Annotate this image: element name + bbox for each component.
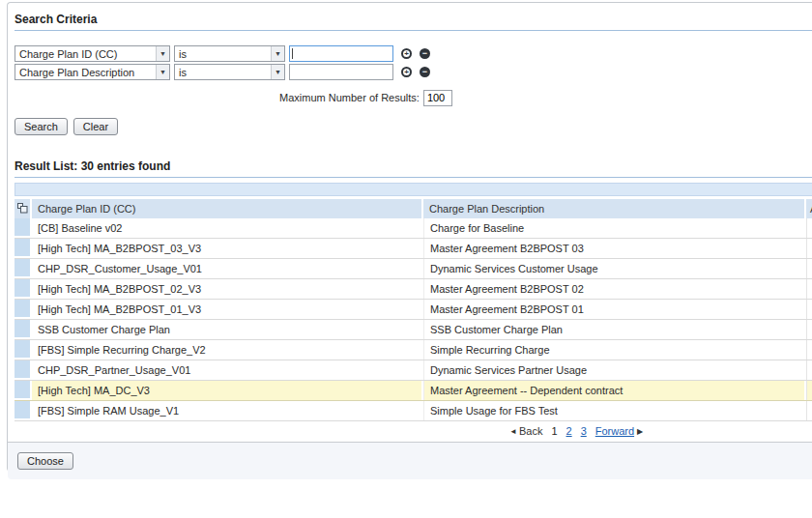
operator-dropdown[interactable]: is ▼ xyxy=(174,64,285,80)
cell-charge-plan-description: SSB Customer Charge Plan xyxy=(423,320,804,339)
chevron-down-icon: ▼ xyxy=(271,65,284,79)
table-row[interactable]: [FBS] Simple RAM Usage_V1Simple Usage fo… xyxy=(14,401,812,421)
search-criteria-title: Search Criteria xyxy=(14,13,812,31)
add-row-icon[interactable]: + xyxy=(401,67,412,77)
row-select-cell[interactable] xyxy=(14,279,30,299)
select-all-button[interactable] xyxy=(14,199,30,218)
column-header-charge-plan-description[interactable]: Charge Plan Description xyxy=(423,199,804,218)
cell-charge-plan-id: [High Tech] MA_B2BPOST_02_V3 xyxy=(32,279,421,299)
row-select-cell[interactable] xyxy=(14,381,30,400)
clear-button[interactable]: Clear xyxy=(73,118,118,135)
row-select-cell[interactable] xyxy=(14,340,30,360)
cell-charge-plan-id: SSB Customer Charge Plan xyxy=(32,320,421,339)
cell-partial xyxy=(806,381,812,400)
row-select-cell[interactable] xyxy=(14,300,30,319)
row-select-cell[interactable] xyxy=(14,320,30,339)
column-header-charge-plan-id[interactable]: Charge Plan ID (CC) xyxy=(32,199,421,218)
chevron-down-icon: ▼ xyxy=(156,46,169,61)
operator-dropdown-value: is xyxy=(175,48,271,60)
row-select-cell[interactable] xyxy=(14,360,30,380)
cell-partial xyxy=(806,320,812,339)
result-table: Charge Plan ID (CC) Charge Plan Descript… xyxy=(14,199,812,439)
table-row[interactable]: [High Tech] MA_B2BPOST_03_V3Master Agree… xyxy=(14,239,812,259)
table-row[interactable]: SSB Customer Charge PlanSSB Customer Cha… xyxy=(14,320,812,340)
pagination-back[interactable]: Back xyxy=(519,425,542,437)
cell-charge-plan-id: [High Tech] MA_DC_V3 xyxy=(32,381,421,400)
search-button[interactable]: Search xyxy=(14,118,68,135)
criteria-row: Charge Plan Description ▼ is ▼ + − xyxy=(14,64,812,80)
table-toolbar-band xyxy=(14,183,812,196)
criteria-value-input[interactable] xyxy=(289,64,393,80)
table-row[interactable]: [CB] Baseline v02Charge for Baseline xyxy=(14,218,812,239)
table-body: [CB] Baseline v02Charge for Baseline[Hig… xyxy=(14,218,812,421)
row-select-cell[interactable] xyxy=(14,401,30,420)
cell-charge-plan-description: Dynamic Services Customer Usage xyxy=(423,259,804,278)
pagination-page-link[interactable]: 2 xyxy=(566,425,572,437)
cell-charge-plan-id: [CB] Baseline v02 xyxy=(32,218,421,238)
pagination-forward[interactable]: Forward xyxy=(595,425,634,437)
cell-partial xyxy=(806,360,812,380)
table-row[interactable]: [High Tech] MA_DC_V3Master Agreement -- … xyxy=(14,381,812,401)
remove-row-icon[interactable]: − xyxy=(420,67,430,77)
cell-charge-plan-description: Master Agreement B2BPOST 02 xyxy=(423,279,804,299)
table-header-row: Charge Plan ID (CC) Charge Plan Descript… xyxy=(14,199,812,218)
cell-charge-plan-description: Master Agreement B2BPOST 03 xyxy=(423,239,804,258)
result-list-title: Result List: 30 entries found xyxy=(14,159,812,178)
operator-dropdown[interactable]: is ▼ xyxy=(174,45,285,62)
cell-partial xyxy=(806,340,812,360)
cell-partial xyxy=(806,259,812,278)
chevron-down-icon: ▼ xyxy=(271,46,284,61)
cell-charge-plan-description: Master Agreement -- Dependent contract xyxy=(423,381,804,400)
field-dropdown[interactable]: Charge Plan Description ▼ xyxy=(14,64,170,80)
pagination: ◄ Back 123 Forward ▶ xyxy=(509,421,812,439)
cell-partial xyxy=(806,279,812,299)
operator-dropdown-value: is xyxy=(175,67,271,78)
column-header-partial[interactable]: A xyxy=(806,199,812,218)
forward-arrow-icon: ▶ xyxy=(637,427,643,436)
add-row-icon[interactable]: + xyxy=(401,48,412,59)
table-row[interactable]: CHP_DSR_Partner_Usage_V01Dynamic Service… xyxy=(14,360,812,381)
table-row[interactable]: [FBS] Simple Recurring Charge_V2Simple R… xyxy=(14,340,812,360)
cell-charge-plan-description: Simple Usage for FBS Test xyxy=(423,401,804,420)
cell-charge-plan-id: [FBS] Simple Recurring Charge_V2 xyxy=(32,340,421,360)
footer-bar: Choose xyxy=(8,442,812,479)
cell-charge-plan-id: CHP_DSR_Partner_Usage_V01 xyxy=(32,360,421,380)
row-select-cell[interactable] xyxy=(14,218,30,238)
row-select-cell[interactable] xyxy=(14,259,30,278)
action-buttons: Search Clear xyxy=(14,118,812,135)
cell-charge-plan-description: Master Agreement B2BPOST 01 xyxy=(423,300,804,319)
cell-partial xyxy=(806,218,812,238)
criteria-rows: Charge Plan ID (CC) ▼ is ▼ + − Charge Pl… xyxy=(14,45,812,80)
field-dropdown-value: Charge Plan ID (CC) xyxy=(15,48,156,60)
max-results-input[interactable] xyxy=(423,90,452,106)
choose-button[interactable]: Choose xyxy=(17,452,73,470)
cell-charge-plan-description: Simple Recurring Charge xyxy=(423,340,804,360)
cell-partial xyxy=(806,239,812,258)
cell-partial xyxy=(806,300,812,319)
criteria-row: Charge Plan ID (CC) ▼ is ▼ + − xyxy=(14,45,812,62)
text-caret xyxy=(292,48,293,59)
row-select-cell[interactable] xyxy=(14,239,30,258)
max-results-label: Maximum Number of Results: xyxy=(279,92,420,103)
back-arrow-icon: ◄ xyxy=(509,427,517,436)
cell-charge-plan-id: [High Tech] MA_B2BPOST_01_V3 xyxy=(32,300,421,319)
cell-charge-plan-description: Charge for Baseline xyxy=(423,218,804,238)
select-all-icon xyxy=(17,203,28,216)
pagination-current-page: 1 xyxy=(551,425,557,437)
max-results-row: Maximum Number of Results: xyxy=(14,89,812,106)
field-dropdown[interactable]: Charge Plan ID (CC) ▼ xyxy=(14,45,170,62)
field-dropdown-value: Charge Plan Description xyxy=(15,67,156,78)
table-row[interactable]: [High Tech] MA_B2BPOST_01_V3Master Agree… xyxy=(14,300,812,320)
table-row[interactable]: CHP_DSR_Customer_Usage_V01Dynamic Servic… xyxy=(14,259,812,279)
cell-charge-plan-id: [FBS] Simple RAM Usage_V1 xyxy=(32,401,421,420)
search-panel: Search Criteria Charge Plan ID (CC) ▼ is… xyxy=(7,2,812,472)
table-row[interactable]: [High Tech] MA_B2BPOST_02_V3Master Agree… xyxy=(14,279,812,300)
pagination-page-link[interactable]: 3 xyxy=(581,425,587,437)
cell-charge-plan-id: CHP_DSR_Customer_Usage_V01 xyxy=(32,259,421,278)
cell-partial xyxy=(806,401,812,420)
chevron-down-icon: ▼ xyxy=(156,65,169,79)
remove-row-icon[interactable]: − xyxy=(420,48,430,59)
criteria-value-input[interactable] xyxy=(289,45,393,62)
cell-charge-plan-id: [High Tech] MA_B2BPOST_03_V3 xyxy=(32,239,421,258)
cell-charge-plan-description: Dynamic Services Partner Usage xyxy=(423,360,804,380)
